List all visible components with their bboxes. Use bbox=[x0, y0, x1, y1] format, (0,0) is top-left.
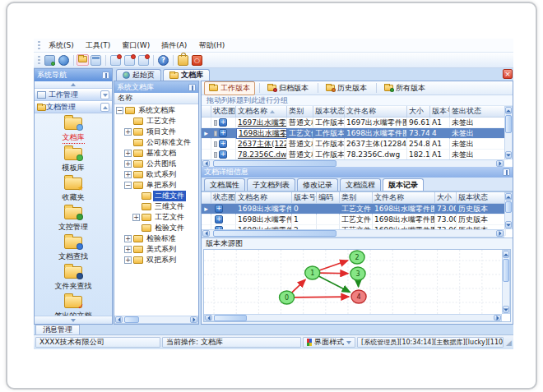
help-icon[interactable]: ? bbox=[158, 55, 169, 66]
tree-node-三维文件[interactable]: 三维文件 bbox=[114, 201, 198, 212]
scroll-track[interactable] bbox=[505, 201, 512, 221]
table-row[interactable]: +2637主体(12284).dwg普通文档工作版本2637主体(12284).… bbox=[202, 139, 513, 150]
scroll-track[interactable] bbox=[123, 316, 190, 323]
scroll-down-button[interactable] bbox=[505, 221, 512, 228]
tree-node-双把系列[interactable]: +双把系列 bbox=[114, 255, 198, 265]
table-row[interactable]: +1698出水嘴零件图.dwg1工艺文件1698出水嘴零件图.dwg73.00K… bbox=[202, 214, 513, 225]
graph-hscrollbar[interactable] bbox=[204, 314, 502, 321]
scroll-up-button[interactable] bbox=[503, 251, 509, 258]
menu-item[interactable]: 系统(S) bbox=[43, 39, 80, 52]
graph-node-3[interactable]: 3 bbox=[350, 267, 365, 280]
tab-文档流程[interactable]: 文档流程 bbox=[340, 178, 381, 191]
menu-item[interactable]: 插件(A) bbox=[155, 39, 193, 52]
expander-plus-icon[interactable]: + bbox=[124, 171, 132, 178]
expander-plus-icon[interactable]: + bbox=[124, 256, 132, 264]
tab-文档库[interactable]: 文档库 bbox=[163, 69, 210, 81]
mail-alert-icon[interactable] bbox=[138, 55, 149, 66]
tree-node-检验标准[interactable]: +检验标准 bbox=[114, 233, 198, 244]
toolbar-button[interactable] bbox=[77, 54, 89, 66]
tree-node-工艺文件[interactable]: 工艺文件 bbox=[114, 116, 198, 127]
column-header-版本状态[interactable]: 版本状态 bbox=[313, 106, 345, 118]
menu-grip[interactable] bbox=[38, 41, 40, 50]
scroll-thumb[interactable] bbox=[505, 201, 512, 213]
sidebar-item-文件夹查找[interactable]: 文件夹查找 bbox=[35, 266, 112, 292]
graph-node-0[interactable]: 0 bbox=[280, 291, 295, 304]
window-icon[interactable] bbox=[90, 55, 101, 66]
column-header-状态图[interactable]: 状态图 bbox=[211, 192, 236, 204]
scroll-left-button[interactable] bbox=[202, 230, 210, 237]
scroll-up-button[interactable] bbox=[505, 193, 512, 201]
column-header-签出状态[interactable]: 签出状态 bbox=[450, 106, 508, 118]
scroll-thumb[interactable] bbox=[124, 316, 139, 323]
tab-版本记录[interactable]: 版本记录 bbox=[383, 178, 424, 191]
scroll-right-button[interactable] bbox=[190, 316, 197, 323]
pin-icon[interactable] bbox=[188, 84, 196, 91]
scroll-track[interactable] bbox=[212, 315, 494, 321]
column-header-大小[interactable]: 大小 bbox=[435, 192, 457, 204]
sidebar-collapse-strip[interactable] bbox=[35, 81, 112, 89]
mail-receive-icon[interactable] bbox=[124, 55, 135, 66]
menu-item[interactable]: 帮助(H) bbox=[193, 39, 230, 52]
expander-plus-icon[interactable]: + bbox=[124, 128, 132, 136]
sidebar-item-文控管理[interactable]: 文控管理 bbox=[35, 207, 112, 233]
scroll-thumb[interactable] bbox=[214, 315, 247, 321]
tab-起始页[interactable]: 起始页 bbox=[116, 69, 161, 81]
chevron-button[interactable] bbox=[100, 90, 109, 99]
tree-node-工艺文件[interactable]: +工艺文件 bbox=[114, 212, 198, 223]
scroll-right-button[interactable] bbox=[496, 160, 504, 167]
sidebar-item-文档查找[interactable]: 文档查找 bbox=[35, 237, 112, 262]
table-row[interactable]: ▸+1698出水嘴零件图.dwg0工艺文件1698出水嘴零件图.dwg73.00… bbox=[202, 204, 513, 214]
graph-node-4[interactable]: 4 bbox=[351, 290, 366, 303]
resize-grip[interactable]: ◢ bbox=[506, 339, 512, 347]
pin-icon[interactable] bbox=[503, 168, 510, 176]
tree-node-项目文件[interactable]: +项目文件 bbox=[114, 127, 198, 137]
column-header-编码[interactable]: 编码 bbox=[317, 192, 340, 204]
column-header-类别[interactable]: 类别 bbox=[340, 192, 373, 204]
tab-message-management[interactable]: 消息管理 bbox=[35, 325, 80, 334]
tree-column-header[interactable]: 名称 bbox=[114, 93, 198, 104]
scroll-thumb[interactable] bbox=[505, 115, 512, 133]
sidebar-item-收藏夹[interactable]: ★收藏夹 bbox=[35, 178, 112, 203]
column-header-大小[interactable]: 大小 bbox=[407, 106, 430, 118]
expander-minus-icon[interactable]: − bbox=[116, 107, 123, 114]
version-table-vscrollbar[interactable] bbox=[504, 192, 513, 229]
chevron-button[interactable] bbox=[100, 103, 109, 112]
scroll-track[interactable] bbox=[210, 160, 496, 167]
mail-send-icon[interactable] bbox=[110, 55, 121, 66]
pin-icon[interactable] bbox=[102, 71, 109, 79]
scroll-left-button[interactable] bbox=[202, 160, 210, 167]
expander-plus-icon[interactable]: + bbox=[124, 246, 132, 253]
column-header-文档名称[interactable]: 文档名称 bbox=[236, 106, 287, 118]
tree-node-检验文件[interactable]: 检验文件 bbox=[114, 223, 198, 233]
sidebar-item-文档库[interactable]: 文档库 bbox=[35, 118, 112, 144]
工作版本-button[interactable]: 工作版本 bbox=[204, 81, 255, 95]
expander-plus-icon[interactable]: + bbox=[124, 160, 132, 168]
scroll-track[interactable] bbox=[210, 230, 496, 237]
所有版本-button[interactable]: 所有版本 bbox=[379, 81, 430, 95]
column-header-版本号[interactable]: 版本号 bbox=[430, 106, 450, 118]
tree-node-系统文档库[interactable]: −系统文档库 bbox=[114, 105, 198, 116]
tree-node-公司标准文件[interactable]: 公司标准文件 bbox=[114, 137, 198, 148]
expander-minus-icon[interactable]: − bbox=[124, 182, 132, 189]
sidebar-group-工作管理[interactable]: 工作管理 bbox=[35, 89, 112, 101]
scroll-thumb[interactable] bbox=[213, 230, 336, 237]
expander-plus-icon[interactable]: + bbox=[132, 214, 140, 221]
sidebar-item-签出的文档[interactable]: ✓签出的文档 bbox=[35, 296, 112, 316]
tree-node-单把系列[interactable]: −单把系列 bbox=[114, 180, 198, 191]
sidebar-item-模板库[interactable]: 模板库 bbox=[35, 148, 112, 173]
work-table-vscrollbar[interactable] bbox=[504, 106, 513, 159]
expander-plus-icon[interactable]: + bbox=[124, 150, 132, 157]
table-row[interactable]: ▸+1698出水嘴零件图.dwg工艺文件工作版本1698出水嘴零件图.dwg73… bbox=[202, 128, 513, 139]
scroll-right-button[interactable] bbox=[494, 315, 501, 321]
graph-vscrollbar[interactable] bbox=[502, 250, 510, 314]
scroll-left-button[interactable] bbox=[115, 316, 123, 323]
scroll-thumb[interactable] bbox=[503, 259, 509, 282]
globe-icon[interactable] bbox=[58, 55, 69, 66]
column-header-文档名称[interactable]: 文档名称 bbox=[236, 192, 292, 204]
monitor-icon[interactable] bbox=[44, 55, 55, 66]
tree-node-欧式系列[interactable]: +欧式系列 bbox=[114, 169, 198, 180]
tree-node-基准文档[interactable]: +基准文档 bbox=[114, 148, 198, 159]
version-table-hscrollbar[interactable] bbox=[202, 229, 504, 238]
历史版本-button[interactable]: 历史版本 bbox=[321, 81, 372, 95]
sidebar-expand-strip[interactable] bbox=[35, 316, 112, 324]
